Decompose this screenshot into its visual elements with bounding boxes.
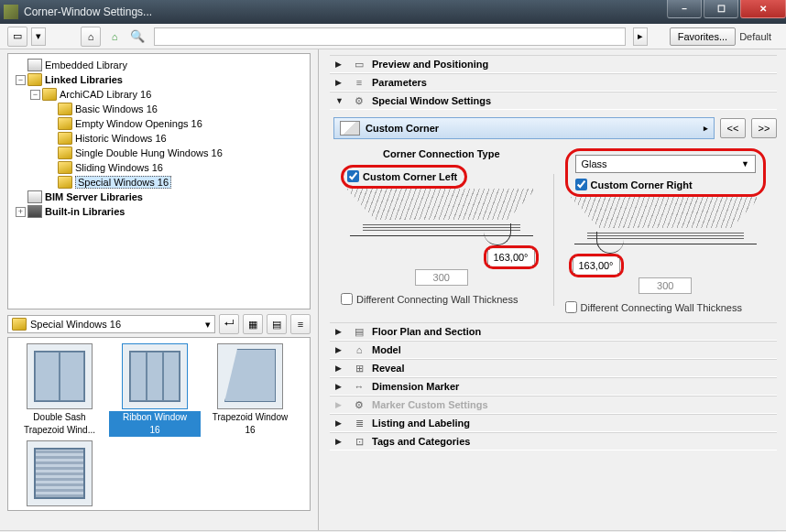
collapse-icon[interactable]: − [16,75,26,85]
prev-button[interactable]: << [720,118,746,138]
model-icon: ⌂ [350,343,368,356]
folder-icon [58,147,72,159]
listing-icon: ≣ [350,417,368,429]
reveal-icon: ⊞ [350,362,368,375]
view-dropdown[interactable]: ▾ [31,27,46,46]
search-icon[interactable]: 🔍 [130,29,145,43]
section-parameters[interactable]: ▶≡Parameters [330,73,777,92]
corner-icon [340,121,360,136]
library-browser[interactable]: Double Sash Trapezoid Wind... Ribbon Win… [7,337,311,511]
width-left-input[interactable] [415,269,468,286]
diff-wall-right-checkbox[interactable] [565,301,577,313]
builtin-icon [27,205,42,218]
folder-icon [58,161,72,174]
maximize-button[interactable]: ☐ [704,0,738,18]
window-title: Corner-Window Settings... [24,5,152,18]
next-button[interactable]: >> [751,118,777,138]
library-icon [27,59,42,71]
marker-icon: ↔ [350,380,368,393]
minimize-button[interactable]: – [667,0,702,18]
section-dimmarker[interactable]: ▶↔Dimension Marker [330,377,777,396]
tags-icon: ⊡ [350,435,368,448]
library-tree[interactable]: Embedded Library −Linked Libraries −Arch… [7,53,311,309]
up-folder-button[interactable]: ⮠ [219,314,239,334]
library-item[interactable]: Double Sash Trapezoid Wind... [14,343,105,437]
library-item[interactable]: Vent Window 16 [14,440,105,511]
folder-icon [42,88,57,101]
folder-icon [12,318,27,331]
browser-path[interactable]: Special Windows 16 ▾ [7,315,215,333]
conn-type-label: Corner Connection Type [341,148,542,159]
default-label[interactable]: Default [739,31,771,42]
view-large-icon[interactable]: ▦ [243,314,263,334]
highlight-right: Glass Custom Corner Right [565,148,767,197]
tree-icon[interactable]: ⌂ [104,27,125,47]
section-preview[interactable]: ▶▭Preview and Positioning [330,55,777,73]
highlight-left: Custom Corner Left [341,165,467,189]
custom-corner-left-checkbox[interactable] [347,170,359,182]
section-tags[interactable]: ▶⊡Tags and Categories [330,432,777,451]
search-input[interactable] [154,27,626,46]
toolbar: ▭ ▾ ⌂ ⌂ 🔍 ▸ Favorites... Default [0,24,786,49]
library-item-selected[interactable]: Ribbon Window 16 [109,343,201,437]
params-icon: ≡ [350,76,368,89]
markercustom-icon: ⚙ [350,398,368,411]
view-plan-icon[interactable]: ▭ [7,27,27,47]
folder-icon [27,73,42,86]
section-special-settings[interactable]: ▼⚙Special Window Settings [330,92,777,110]
favorites-button[interactable]: Favorites... [670,27,736,46]
right-panel: ▶▭Preview and Positioning ▶≡Parameters ▼… [319,49,786,530]
angle-right-input[interactable] [575,257,617,274]
floorplan-icon: ▤ [350,325,368,338]
width-right-input[interactable] [639,277,692,294]
custom-corner-selector[interactable]: Custom Corner ▸ [333,117,715,139]
view-small-icon[interactable]: ▤ [267,314,287,334]
section-listing[interactable]: ▶≣Listing and Labeling [330,414,777,432]
folder-icon [58,103,72,115]
glass-select[interactable]: Glass [575,155,757,173]
tree-selected[interactable]: Special Windows 16 [75,176,171,189]
section-model[interactable]: ▶⌂Model [330,341,777,359]
folder-icon [58,132,72,145]
library-item[interactable]: Trapezoid Window 16 [204,343,296,437]
view-list-icon[interactable]: ≡ [290,314,311,334]
app-icon [4,5,18,19]
server-icon [27,190,42,203]
section-reveal[interactable]: ▶⊞Reveal [330,359,777,377]
custom-corner-right-checkbox[interactable] [575,179,587,190]
section-markercustom: ▶⚙Marker Custom Settings [330,396,777,414]
settings-icon: ⚙ [350,94,368,107]
section-floorplan[interactable]: ▶▤Floor Plan and Section [330,322,777,341]
corner-sketch-right [571,197,761,274]
left-panel: Embedded Library −Linked Libraries −Arch… [0,49,319,530]
corner-sketch-left [346,189,537,266]
diff-wall-left-checkbox[interactable] [341,293,353,305]
expand-icon[interactable]: + [16,207,26,217]
library-icon[interactable]: ⌂ [81,27,101,47]
folder-icon [58,176,72,189]
preview-icon: ▭ [350,58,368,71]
folder-icon [58,117,72,130]
angle-left-input[interactable] [490,249,532,266]
close-button[interactable]: ✕ [740,0,786,18]
search-arrow[interactable]: ▸ [633,27,648,46]
titlebar: Corner-Window Settings... – ☐ ✕ [0,0,786,24]
collapse-icon[interactable]: − [30,90,40,100]
